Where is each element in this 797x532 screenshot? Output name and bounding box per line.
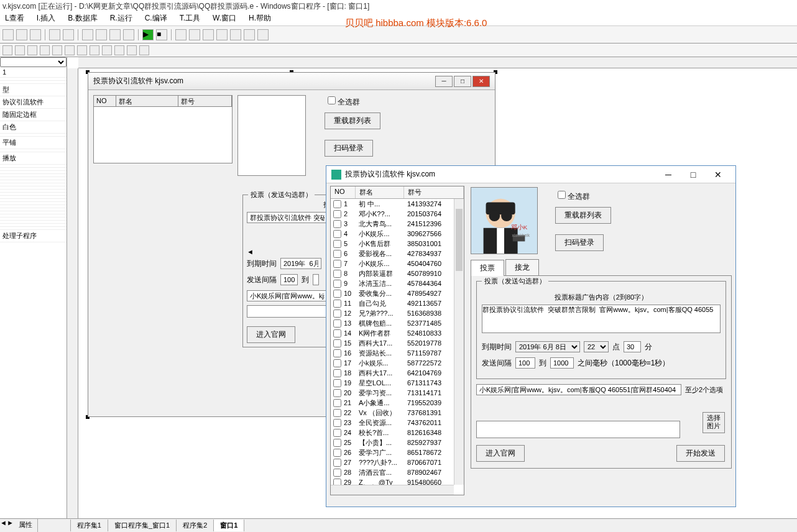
- group-checkbox[interactable]: [333, 339, 341, 347]
- tab-property[interactable]: 属性: [14, 519, 38, 532]
- group-checkbox[interactable]: [333, 240, 341, 248]
- tool-icon[interactable]: [257, 29, 269, 40]
- group-row[interactable]: 21A小象通...719552039: [331, 398, 464, 408]
- property-row[interactable]: 型: [0, 84, 67, 96]
- menu-help[interactable]: H.帮助: [246, 12, 274, 25]
- enter-site-button[interactable]: 进入官网: [476, 445, 525, 462]
- menu-database[interactable]: B.数据库: [65, 12, 99, 25]
- property-row[interactable]: 协议引流软件: [0, 96, 67, 109]
- align-icon[interactable]: [139, 45, 149, 55]
- tool-icon[interactable]: [244, 29, 255, 40]
- group-checkbox[interactable]: [333, 429, 341, 437]
- tool-icon[interactable]: [2, 29, 14, 40]
- group-row[interactable]: 2邓小K??...201503764: [331, 209, 464, 219]
- tool-icon[interactable]: [30, 29, 41, 40]
- group-checkbox[interactable]: [333, 270, 341, 278]
- run-icon[interactable]: ▶: [142, 29, 154, 40]
- ad-input[interactable]: [247, 212, 328, 223]
- tool-icon[interactable]: [123, 29, 134, 40]
- align-icon[interactable]: [27, 45, 37, 55]
- group-row[interactable]: 4小K娱乐...309627566: [331, 229, 464, 239]
- group-checkbox[interactable]: [333, 349, 341, 357]
- group-checkbox[interactable]: [333, 469, 341, 477]
- group-checkbox[interactable]: [333, 369, 341, 377]
- reload-groups-button[interactable]: 重载群列表: [325, 112, 380, 129]
- menu-compile[interactable]: C.编译: [142, 12, 170, 25]
- expire-min-input[interactable]: [624, 341, 641, 352]
- group-row[interactable]: 16资源站长...571159787: [331, 348, 464, 358]
- expire-input[interactable]: [280, 258, 321, 269]
- group-checkbox[interactable]: [333, 409, 341, 417]
- start-send-button[interactable]: 开始发送: [676, 445, 725, 462]
- group-checkbox[interactable]: [333, 399, 341, 407]
- align-icon[interactable]: [114, 45, 124, 55]
- tab-winprogset[interactable]: 窗口程序集_窗口1: [108, 520, 177, 531]
- group-checkbox[interactable]: [333, 329, 341, 337]
- group-row[interactable]: 14K网作者群524810833: [331, 328, 464, 338]
- align-icon[interactable]: [77, 45, 87, 55]
- close-icon[interactable]: ✕: [472, 76, 490, 87]
- tool-icon[interactable]: [216, 29, 228, 40]
- align-icon[interactable]: [40, 45, 50, 55]
- group-checkbox[interactable]: [333, 319, 341, 328]
- group-checkbox[interactable]: [333, 449, 341, 457]
- group-checkbox[interactable]: [333, 359, 341, 367]
- enter-site-button[interactable]: 进入官网: [247, 326, 295, 343]
- group-checkbox[interactable]: [333, 300, 341, 308]
- align-icon[interactable]: [15, 45, 25, 55]
- group-checkbox[interactable]: [333, 280, 341, 288]
- menu-run[interactable]: R.运行: [108, 12, 135, 25]
- minimize-icon[interactable]: ─: [656, 167, 681, 182]
- group-checkbox[interactable]: [333, 459, 341, 467]
- tool-icon[interactable]: [96, 29, 107, 40]
- group-list[interactable]: NO 群名 群号 1初 中...1413932742邓小K??...201503…: [330, 186, 464, 495]
- stop-icon[interactable]: ■: [156, 29, 167, 40]
- tab-vote[interactable]: 投票: [471, 260, 504, 276]
- align-icon[interactable]: [102, 45, 112, 55]
- group-row[interactable]: 13棋牌包赔...523771485: [331, 318, 464, 328]
- expire-date-select[interactable]: 2019年 6月 8日: [515, 341, 580, 352]
- tool-icon[interactable]: [189, 29, 200, 40]
- group-checkbox[interactable]: [333, 220, 341, 228]
- menu-view[interactable]: L查看: [2, 12, 27, 25]
- tool-icon[interactable]: [230, 29, 241, 40]
- menu-insert[interactable]: I.插入: [34, 12, 58, 25]
- tab-chain[interactable]: 接龙: [505, 259, 539, 275]
- tab-progset1[interactable]: 程序集1: [71, 520, 108, 531]
- property-row[interactable]: 播放: [0, 152, 67, 165]
- group-checkbox[interactable]: [333, 290, 341, 298]
- editor-tabs[interactable]: ◄ ► 常量数据表 程序集1 窗口程序集_窗口1 程序集2 窗口1: [0, 518, 797, 532]
- tool-icon[interactable]: [109, 29, 121, 40]
- menu-tools[interactable]: T.工具: [177, 12, 203, 25]
- group-checkbox[interactable]: [333, 379, 341, 387]
- group-row[interactable]: 25【小贵】...825927937: [331, 438, 464, 447]
- group-row[interactable]: 22Vx （回收）737681391: [331, 408, 464, 418]
- group-row[interactable]: 1初 中...141393274: [331, 199, 464, 209]
- select-image-button[interactable]: 选择 图片: [703, 412, 725, 433]
- scan-login-button[interactable]: 扫码登录: [555, 234, 604, 251]
- tool-icon[interactable]: [49, 29, 60, 40]
- group-checkbox[interactable]: [333, 210, 341, 218]
- group-checkbox[interactable]: [333, 310, 341, 318]
- interval-min-input[interactable]: [515, 357, 535, 369]
- interval-max-input[interactable]: [313, 274, 319, 285]
- group-row[interactable]: 27????八卦?...870667071: [331, 457, 464, 467]
- option-input[interactable]: [247, 290, 328, 301]
- group-checkbox[interactable]: [333, 200, 341, 208]
- tab-progset2[interactable]: 程序集2: [177, 520, 214, 531]
- maximize-icon[interactable]: □: [681, 167, 706, 182]
- close-icon[interactable]: ✕: [706, 167, 730, 182]
- group-checkbox[interactable]: [333, 439, 341, 447]
- group-row[interactable]: 3北大青鸟...241512396: [331, 219, 464, 229]
- select-all-checkbox[interactable]: 全选群: [558, 191, 590, 202]
- menu-window[interactable]: W.窗口: [210, 12, 239, 25]
- interval-max-input[interactable]: [550, 357, 574, 369]
- group-row[interactable]: 7小K娱乐...450404760: [331, 259, 464, 268]
- options-input[interactable]: [476, 384, 681, 395]
- property-row[interactable]: 1: [0, 67, 67, 78]
- align-icon[interactable]: [90, 45, 99, 55]
- scan-login-button[interactable]: 扫码登录: [325, 140, 373, 157]
- scrollbar-horizontal[interactable]: [331, 485, 454, 495]
- reload-groups-button[interactable]: 重载群列表: [555, 207, 611, 224]
- align-icon[interactable]: [52, 45, 62, 55]
